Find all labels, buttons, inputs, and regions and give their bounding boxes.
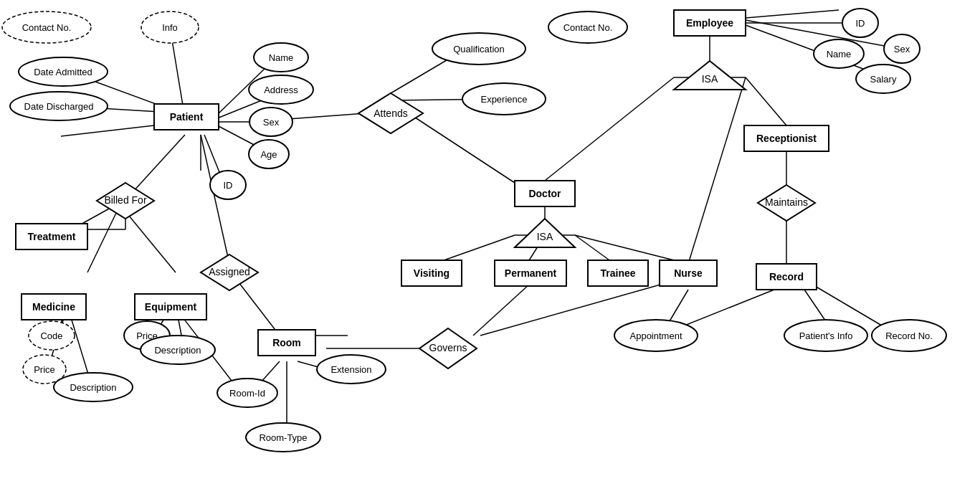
receptionist-label: Receptionist <box>756 133 817 144</box>
room-id-attr: Room-Id <box>229 388 265 399</box>
assigned-rel: Assigned <box>209 266 250 277</box>
info-attr: Info <box>162 22 178 33</box>
maintains-rel: Maintains <box>765 196 808 208</box>
svg-line-49 <box>746 10 839 18</box>
date-admitted-attr: Date Admitted <box>34 67 92 77</box>
nurse-label: Nurse <box>674 267 703 279</box>
price-attr-medicine: Price <box>34 364 55 375</box>
er-diagram: Contact No. Info Name Address Sex Age ID… <box>0 0 980 504</box>
svg-line-16 <box>125 211 176 272</box>
equipment-label: Equipment <box>145 301 197 313</box>
svg-line-32 <box>409 113 515 183</box>
record-no-attr: Record No. <box>885 331 933 341</box>
svg-line-11 <box>133 135 185 192</box>
description-attr-medicine: Description <box>70 382 116 393</box>
appointment-attr: Appointment <box>630 331 682 341</box>
patient-label: Patient <box>170 111 204 123</box>
name-attr-employee: Name <box>827 49 852 60</box>
contact-no-attr: Contact No. <box>22 22 72 33</box>
treatment-label: Treatment <box>28 231 76 242</box>
billed-for-rel: Billed For <box>104 194 146 206</box>
record-label: Record <box>769 271 804 282</box>
svg-line-24 <box>237 280 280 336</box>
svg-line-15 <box>87 211 117 272</box>
medicine-label: Medicine <box>32 301 75 313</box>
svg-line-43 <box>545 77 674 181</box>
svg-line-44 <box>746 77 786 125</box>
doctor-label: Doctor <box>528 188 561 199</box>
qualification-attr: Qualification <box>453 44 505 54</box>
extension-attr: Extension <box>330 364 371 375</box>
sex-attr-employee: Sex <box>894 44 910 54</box>
isa-doctor-rel: ISA <box>537 231 553 242</box>
svg-line-45 <box>688 77 746 264</box>
contact-no-employee-attr: Contact No. <box>563 22 613 33</box>
patients-info-attr: Patient's Info <box>799 331 853 341</box>
employee-label: Employee <box>686 17 733 29</box>
isa-employee-rel: ISA <box>702 73 718 85</box>
age-attr: Age <box>260 149 277 160</box>
trainee-label: Trainee <box>600 267 635 279</box>
room-label: Room <box>272 337 301 348</box>
code-attr: Code <box>40 331 62 341</box>
sex-attr-patient: Sex <box>263 117 280 128</box>
governs-rel: Governs <box>429 342 467 353</box>
attends-rel: Attends <box>374 108 407 119</box>
experience-attr: Experience <box>480 94 527 105</box>
date-discharged-attr: Date Discharged <box>24 101 94 112</box>
id-attr-employee: ID <box>856 18 865 29</box>
salary-attr: Salary <box>870 74 897 85</box>
description-attr-equipment: Description <box>154 345 201 356</box>
permanent-label: Permanent <box>505 267 557 279</box>
room-type-attr: Room-Type <box>259 432 307 443</box>
id-attr-patient: ID <box>224 180 233 191</box>
visiting-label: Visiting <box>414 267 449 279</box>
name-attr-patient: Name <box>269 52 294 63</box>
address-attr: Address <box>264 85 298 95</box>
